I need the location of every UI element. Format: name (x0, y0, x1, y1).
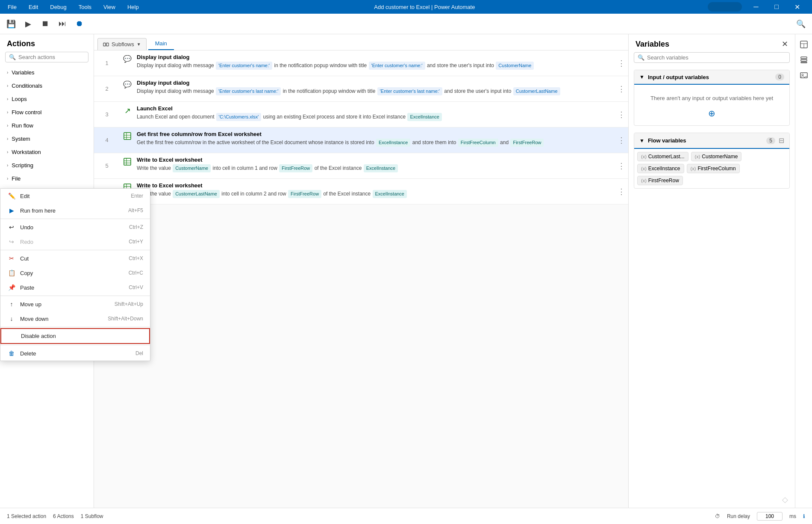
statusbar: 1 Selected action 6 Actions 1 Subflow ⏱ … (0, 508, 812, 524)
sidebar-item-loops[interactable]: › Loops (0, 92, 94, 106)
var-chip-customerlast[interactable]: (x) CustomerLast... (637, 152, 688, 161)
tag: 'Enter customer's name:' (216, 62, 272, 70)
io-section-body: There aren't any input or output variabl… (634, 85, 789, 125)
layers-icon[interactable] (797, 53, 811, 67)
move-up-icon: ↑ (7, 301, 16, 308)
io-section-header[interactable]: ▼ Input / output variables 0 (634, 70, 789, 85)
add-io-variable-button[interactable]: ⊕ (638, 105, 786, 122)
context-undo[interactable]: ↩ Undo Ctrl+Z (0, 220, 94, 234)
table-row[interactable]: 1 💬 Display input dialog Display input d… (94, 50, 628, 76)
sidebar-item-system[interactable]: › System (0, 132, 94, 145)
step-title: Display input dialog (137, 54, 611, 60)
step-more-button[interactable]: ⋮ (615, 102, 628, 127)
toolbar-search-icon[interactable]: 🔍 (793, 16, 809, 32)
copy-icon: 📋 (7, 269, 16, 276)
step-more-button[interactable]: ⋮ (615, 76, 628, 101)
menu-debug[interactable]: Debug (47, 2, 69, 12)
run-delay-input[interactable] (757, 512, 783, 521)
step-title: Write to Excel worksheet (137, 157, 611, 163)
minimize-button[interactable]: ─ (746, 0, 766, 14)
context-paste[interactable]: 📌 Paste Ctrl+V (0, 280, 94, 295)
divider2 (0, 250, 94, 250)
menu-help[interactable]: Help (125, 2, 141, 12)
run-button[interactable]: ▶ (21, 16, 36, 32)
step-icon (120, 153, 135, 178)
context-redo-label: Redo (20, 239, 33, 245)
maximize-button[interactable]: □ (767, 0, 786, 14)
save-button[interactable]: 💾 (3, 16, 19, 32)
step-more-button[interactable]: ⋮ (615, 179, 628, 204)
tab-subflows[interactable]: Subflows ▼ (97, 38, 147, 50)
actions-search-box[interactable]: 🔍 (5, 52, 88, 62)
table-row[interactable]: 6 Write to Excel worksheet Write the val… (94, 179, 628, 204)
table-row[interactable]: 4 Get first free column/row from Excel w… (94, 127, 628, 153)
context-redo[interactable]: ↪ Redo Ctrl+Y (0, 234, 94, 249)
table-row[interactable]: 2 💬 Display input dialog Display input d… (94, 76, 628, 102)
var-chip-firstfreecolumn[interactable]: (x) FirstFreeColumn (687, 164, 740, 173)
io-collapse-icon[interactable]: ▼ (639, 74, 644, 80)
var-prefix-icon: (x) (641, 166, 647, 171)
variables-panel-icon[interactable] (797, 38, 811, 51)
sidebar-item-conditionals[interactable]: › Conditionals (0, 79, 94, 92)
step-number: 4 (94, 127, 120, 153)
var-chip-firstfreerow[interactable]: (x) FirstFreeRow (637, 176, 683, 185)
step-desc: Display input dialog with message 'Enter… (137, 87, 611, 95)
step-more-button[interactable]: ⋮ (615, 50, 628, 76)
stop-button[interactable]: ⏹ (38, 16, 53, 32)
variables-search-box[interactable]: 🔍 (634, 52, 790, 63)
menu-edit[interactable]: Edit (26, 2, 41, 12)
close-button[interactable]: ✕ (787, 0, 807, 14)
record-button[interactable]: ⏺ (72, 16, 87, 32)
sidebar-item-label: Scripting (12, 162, 33, 169)
step-desc: Write the value CustomerName into cell i… (137, 164, 611, 172)
tag: ExcelInstance (407, 113, 441, 121)
table-row[interactable]: 3 ↗ Launch Excel Launch Excel and open d… (94, 102, 628, 127)
variables-close-button[interactable]: ✕ (782, 39, 788, 49)
step-content: Display input dialog Display input dialo… (135, 50, 615, 76)
sidebar-item-scripting[interactable]: › Scripting (0, 159, 94, 172)
menu-view[interactable]: View (101, 2, 118, 12)
canvas-area: Subflows ▼ Main 1 💬 Display input dialog… (94, 34, 628, 508)
step-more-button[interactable]: ⋮ (615, 127, 628, 153)
svg-rect-19 (801, 59, 807, 61)
tab-main[interactable]: Main (148, 38, 174, 50)
var-chip-customername[interactable]: (x) CustomerName (691, 152, 742, 161)
sidebar-item-label: System (12, 136, 30, 142)
info-icon[interactable]: ℹ (803, 513, 805, 519)
menu-tools[interactable]: Tools (76, 2, 94, 12)
titlebar-menu[interactable]: File Edit Debug Tools View Help (5, 2, 141, 12)
variables-panel: Variables ✕ 🔍 ▼ Input / output variables… (628, 34, 795, 508)
sidebar-item-file[interactable]: › File (0, 172, 94, 185)
filter-icon[interactable]: ⊟ (779, 136, 784, 145)
run-delay-label: Run delay (727, 513, 750, 519)
tag: FirstFreeColumn (458, 139, 498, 147)
table-row[interactable]: 5 Write to Excel worksheet Write the val… (94, 153, 628, 179)
step-more-button[interactable]: ⋮ (615, 153, 628, 178)
sidebar-item-run-flow[interactable]: › Run flow (0, 119, 94, 132)
context-delete[interactable]: 🗑 Delete Del (0, 346, 94, 361)
sidebar-item-workstation[interactable]: › Workstation (0, 145, 94, 159)
divider4 (0, 327, 94, 327)
var-name: FirstFreeColumn (697, 166, 736, 172)
context-run-from-here[interactable]: ▶ Run from here Alt+F5 (0, 203, 94, 218)
context-copy[interactable]: 📋 Copy Ctrl+C (0, 266, 94, 280)
sidebar-item-flow-control[interactable]: › Flow control (0, 106, 94, 119)
context-move-down[interactable]: ↓ Move down Shift+Alt+Down (0, 311, 94, 326)
context-disable-label: Disable action (21, 333, 56, 339)
sidebar-item-variables[interactable]: › Variables (0, 66, 94, 79)
flow-collapse-icon[interactable]: ▼ (639, 138, 644, 144)
context-move-up[interactable]: ↑ Move up Shift+Alt+Up (0, 297, 94, 311)
context-disable-action[interactable]: Disable action (0, 328, 94, 344)
search-variables-input[interactable] (647, 54, 786, 61)
flow-section-header[interactable]: ▼ Flow variables 5 ⊟ (634, 133, 789, 149)
var-chip-excelinstance[interactable]: (x) ExcelInstance (637, 164, 684, 173)
step-button[interactable]: ⏭ (55, 16, 70, 32)
paste-icon: 📌 (7, 284, 16, 291)
context-edit[interactable]: ✏️ Edit Enter (0, 189, 94, 203)
var-name: CustomerLast... (648, 154, 685, 160)
image-icon[interactable] (797, 68, 811, 82)
context-cut[interactable]: ✂ Cut Ctrl+X (0, 251, 94, 266)
subflows-dropdown-icon[interactable]: ▼ (137, 42, 141, 47)
search-actions-input[interactable] (18, 54, 85, 60)
menu-file[interactable]: File (5, 2, 19, 12)
